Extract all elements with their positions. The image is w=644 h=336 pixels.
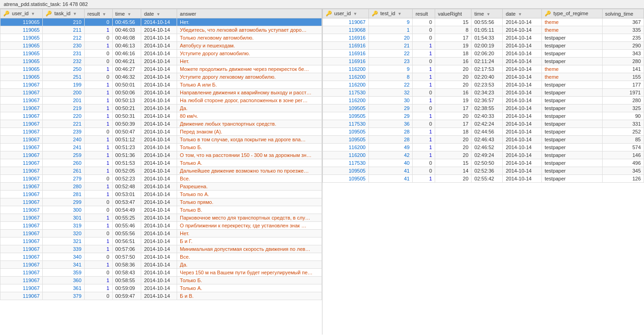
- cell-result: 0: [85, 292, 113, 300]
- table-row[interactable]: 119067 240 1 00:51:12 2014-10-14 Только …: [0, 136, 322, 144]
- table-row[interactable]: 119067 360 1 00:58:55 2014-10-14 Только …: [0, 277, 322, 284]
- table-row[interactable]: 119067 260 1 00:51:53 2014-10-14 Только …: [0, 159, 322, 167]
- table-row[interactable]: 109505 29 1 20 02:40:33 2014-10-14 testp…: [322, 112, 644, 120]
- table-row[interactable]: 119067 299 0 00:53:47 2014-10-14 Только …: [0, 198, 322, 206]
- table-row[interactable]: 119067 280 1 00:52:48 2014-10-14 Разреше…: [0, 183, 322, 191]
- table-row[interactable]: 109505 41 1 20 02:55:42 2014-10-14 testp…: [322, 175, 644, 183]
- table-row[interactable]: 119065 231 0 00:46:16 2014-10-14 Уступит…: [0, 50, 322, 58]
- cell-valueright: 18: [435, 50, 472, 58]
- table-row[interactable]: 109505 41 0 14 02:52:36 2014-10-14 testp…: [322, 167, 644, 175]
- cell-result: 1: [85, 167, 113, 175]
- sort-icon-r-date: ▼: [518, 12, 522, 17]
- table-row[interactable]: 119067 340 0 00:57:50 2014-10-14 Все.: [0, 253, 322, 261]
- table-row[interactable]: 119067 239 0 00:50:47 2014-10-14 Перед з…: [0, 128, 322, 136]
- rcol-time[interactable]: time ▼: [472, 9, 503, 18]
- left-table-panel[interactable]: 🔑 user_id ▼ 🔑 task_id ▼ result ▼ tim: [0, 9, 322, 335]
- table-row[interactable]: 116200 30 1 19 02:36:57 2014-10-14 testp…: [322, 97, 644, 104]
- table-row[interactable]: 119067 220 1 00:50:31 2014-10-14 80 км/ч…: [0, 112, 322, 120]
- table-row[interactable]: 119067 9 0 15 00:55:56 2014-10-14 theme …: [322, 18, 644, 26]
- cell-task-id: 232: [43, 58, 85, 65]
- table-row[interactable]: 116916 20 0 17 01:54:33 2014-10-14 testp…: [322, 34, 644, 42]
- rcol-valueright[interactable]: valueRight: [435, 9, 472, 18]
- table-row[interactable]: 119067 341 1 00:58:36 2014-10-14 Да.: [0, 261, 322, 269]
- rcol-result[interactable]: result: [413, 9, 435, 18]
- table-row[interactable]: 119067 261 1 00:52:05 2014-10-14 Дальней…: [0, 167, 322, 175]
- cell-answer: Б и Г.: [177, 238, 322, 245]
- cell-solving-time: 235: [602, 34, 644, 42]
- col-user-id[interactable]: 🔑 user_id ▼: [0, 9, 43, 18]
- table-row[interactable]: 119067 219 1 00:50:21 2014-10-14 Да.: [0, 104, 322, 112]
- table-row[interactable]: 119067 319 1 00:55:46 2014-10-14 О прибл…: [0, 222, 322, 230]
- table-row[interactable]: 119067 200 1 00:50:06 2014-10-14 Направл…: [0, 89, 322, 97]
- table-row[interactable]: 119067 279 0 00:52:23 2014-10-14 Все.: [0, 175, 322, 183]
- cell-solving-time: 331: [602, 120, 644, 128]
- table-row[interactable]: 119065 232 0 00:46:21 2014-10-14 Нет.: [0, 58, 322, 65]
- table-row[interactable]: 119067 259 1 00:51:36 2014-10-14 О том, …: [0, 151, 322, 159]
- rcol-test-id[interactable]: 🔑 test_id ▼: [368, 9, 413, 18]
- table-row[interactable]: 119065 210 0 00:45:56 2014-10-14 Нет.: [0, 18, 322, 26]
- cell-time: 02:49:24: [472, 151, 503, 159]
- table-row[interactable]: 117530 40 0 15 02:50:50 2014-10-14 testp…: [322, 159, 644, 167]
- table-row[interactable]: 116200 22 1 20 02:23:53 2014-10-14 testp…: [322, 81, 644, 89]
- table-row[interactable]: 119065 250 1 00:46:27 2014-10-14 Можете …: [0, 65, 322, 73]
- table-row[interactable]: 119067 221 1 00:50:39 2014-10-14 Движени…: [0, 120, 322, 128]
- cell-result: 1: [85, 191, 113, 198]
- col-time[interactable]: time ▼: [112, 9, 141, 18]
- key-icon-r-userid: 🔑: [326, 11, 332, 16]
- table-row[interactable]: 109505 29 0 17 02:38:55 2014-10-14 testp…: [322, 104, 644, 112]
- table-row[interactable]: 119065 211 1 00:46:03 2014-10-14 Убедите…: [0, 26, 322, 34]
- rcol-type[interactable]: 🔑 type_of_regime: [541, 9, 602, 18]
- table-row[interactable]: 117530 36 0 17 02:42:24 2014-10-14 testp…: [322, 120, 644, 128]
- table-row[interactable]: 119068 1 0 8 01:05:11 2014-10-14 theme 3…: [322, 26, 644, 34]
- rcol-date[interactable]: date ▼: [503, 9, 542, 18]
- table-row[interactable]: 119067 359 0 00:58:43 2014-10-14 Через 1…: [0, 269, 322, 277]
- cell-test-id: 40: [368, 159, 413, 167]
- cell-result: 0: [85, 34, 113, 42]
- table-row[interactable]: 119067 199 1 00:50:01 2014-10-14 Только …: [0, 81, 322, 89]
- right-table-panel[interactable]: 🔑 user_id ▼ 🔑 test_id ▼ result valueRigh…: [322, 9, 644, 335]
- cell-result: 1: [85, 120, 113, 128]
- cell-time: 01:05:11: [472, 26, 503, 34]
- cell-date: 2014-10-14: [503, 34, 542, 42]
- cell-result: 0: [85, 175, 113, 183]
- cell-answer: Уступите дорогу легковому автомобилю.: [177, 73, 322, 81]
- rcol-solving[interactable]: solving_time: [602, 9, 644, 18]
- table-row[interactable]: 119067 320 0 00:55:56 2014-10-14 Нет.: [0, 230, 322, 238]
- table-row[interactable]: 116200 8 1 20 02:20:40 2014-10-14 theme …: [322, 73, 644, 81]
- cell-regime: testpaper: [541, 128, 602, 136]
- cell-regime: theme: [541, 73, 602, 81]
- rcol-user-id[interactable]: 🔑 user_id ▼: [322, 9, 368, 18]
- table-row[interactable]: 116916 21 1 19 02:00:19 2014-10-14 testp…: [322, 42, 644, 50]
- col-date[interactable]: date ▼: [141, 9, 177, 18]
- table-row[interactable]: 119067 361 1 00:59:09 2014-10-14 Только …: [0, 284, 322, 292]
- cell-date: 2014-10-14: [141, 144, 177, 151]
- table-row[interactable]: 109505 28 1 20 02:46:43 2014-10-14 testp…: [322, 136, 644, 144]
- table-row[interactable]: 116200 9 1 20 02:17:53 2014-10-14 theme …: [322, 65, 644, 73]
- table-row[interactable]: 116200 42 1 20 02:49:24 2014-10-14 testp…: [322, 151, 644, 159]
- table-row[interactable]: 119065 251 0 00:46:32 2014-10-14 Уступит…: [0, 73, 322, 81]
- table-row[interactable]: 116916 23 0 16 02:11:24 2014-10-14 testp…: [322, 58, 644, 65]
- key-icon-testid: 🔑: [372, 11, 378, 16]
- table-row[interactable]: 109505 28 1 18 02:44:56 2014-10-14 testp…: [322, 128, 644, 136]
- table-row[interactable]: 116916 22 1 18 02:06:20 2014-10-14 testp…: [322, 50, 644, 58]
- table-row[interactable]: 119067 241 1 00:51:23 2014-10-14 Только …: [0, 144, 322, 151]
- cell-date: 2014-10-14: [503, 167, 542, 175]
- col-answer[interactable]: answer: [177, 9, 322, 18]
- cell-user-id: 117530: [322, 89, 368, 97]
- col-task-id[interactable]: 🔑 task_id ▼: [43, 9, 85, 18]
- table-row[interactable]: 119065 212 0 00:46:08 2014-10-14 Только …: [0, 34, 322, 42]
- table-row[interactable]: 119067 300 0 00:54:49 2014-10-14 Только …: [0, 206, 322, 214]
- cell-user-id: 119067: [0, 191, 43, 198]
- table-row[interactable]: 119067 379 0 00:59:47 2014-10-14 Б и В.: [0, 292, 322, 300]
- table-row[interactable]: 119067 281 1 00:53:01 2014-10-14 Только …: [0, 191, 322, 198]
- cell-user-id: 119065: [0, 26, 43, 34]
- table-row[interactable]: 119067 321 1 00:56:51 2014-10-14 Б и Г.: [0, 238, 322, 245]
- table-row[interactable]: 119067 201 1 00:50:13 2014-10-14 На любо…: [0, 97, 322, 104]
- sort-icon-r-userid: ▼: [353, 12, 357, 16]
- table-row[interactable]: 117530 32 0 16 02:34:23 2014-10-14 testp…: [322, 89, 644, 97]
- table-row[interactable]: 116200 49 1 20 02:46:52 2014-10-14 testp…: [322, 144, 644, 151]
- col-result[interactable]: result ▼: [85, 9, 113, 18]
- table-row[interactable]: 119065 230 1 00:46:13 2014-10-14 Автобус…: [0, 42, 322, 50]
- table-row[interactable]: 119067 301 1 00:55:25 2014-10-14 Парково…: [0, 214, 322, 222]
- table-row[interactable]: 119067 339 1 00:57:06 2014-10-14 Минимал…: [0, 245, 322, 253]
